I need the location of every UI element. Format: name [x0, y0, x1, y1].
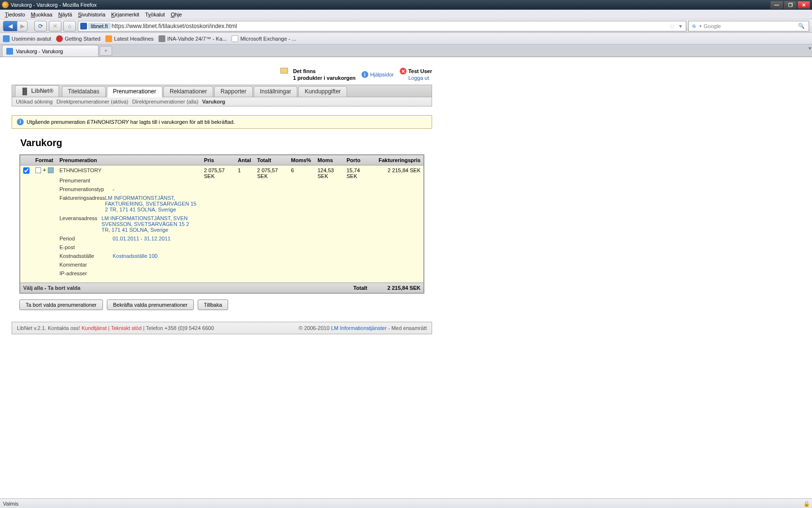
bookmark-ina[interactable]: INA-Vaihde 24/7™ - Ka... [159, 35, 227, 42]
lbl-kostnad: Kostnadsställe [59, 253, 113, 259]
page-icon [159, 35, 165, 42]
bookmark-latest-headlines[interactable]: Latest Headlines [105, 35, 154, 42]
col-pris: Pris [201, 155, 235, 165]
table-footer-row: Välj alla - Ta bort valda Totalt 2 215,8… [20, 283, 423, 293]
remove-selected-button[interactable]: Ta bort valda prenumerationer [19, 299, 103, 310]
bookmark-getting-started[interactable]: Getting Started [56, 35, 101, 42]
cell-fakt: 2 215,84 SEK [370, 165, 423, 283]
firefox-icon [2, 1, 9, 8]
site-favicon-icon [80, 23, 87, 30]
bookmark-star-icon[interactable]: ☆ [667, 22, 677, 30]
row-checkbox[interactable] [23, 167, 29, 174]
status-text: Valmis [3, 501, 18, 507]
menu-history[interactable]: Sivuhistoria [75, 11, 108, 18]
tab-titeldatabas[interactable]: Titeldatabas [62, 86, 106, 97]
format-online-icon[interactable] [48, 167, 54, 173]
page-content: Det finns 1 produkter i varukorgen i Hjä… [0, 57, 812, 334]
kundtjanst-link[interactable]: Kundtjänst [82, 325, 107, 331]
tab-rapporter[interactable]: Rapporter [214, 86, 252, 97]
tab-kunduppgifter[interactable]: Kunduppgifter [298, 86, 347, 97]
user-name: Test User [408, 68, 432, 74]
cart-icon [280, 68, 288, 74]
cell-momsp: 6 [288, 165, 315, 283]
search-bar[interactable]: G ▾ Google 🔍 [688, 21, 809, 31]
cart-status[interactable]: Det finns 1 produkter i varukorgen [280, 68, 356, 82]
menu-bar: Tiedosto Muokkaa Näytä Sivuhistoria Kirj… [0, 10, 812, 19]
item-title[interactable]: ETHNOHISTORY [59, 167, 198, 173]
val-prentyp: - [113, 186, 115, 192]
col-momsp: Moms% [288, 155, 315, 165]
menu-bookmarks[interactable]: Kirjanmerkit [108, 11, 142, 18]
lbl-fakturering: Faktureringsadress [59, 195, 105, 212]
format-add-icon[interactable]: + [42, 167, 47, 173]
sub-nav: Utökad sökning Direktprenumerationer (ak… [12, 97, 432, 106]
format-print-icon[interactable] [35, 167, 41, 173]
tab-installningar[interactable]: Inställningar [254, 86, 298, 97]
val-fakturering[interactable]: LM INFORMATIONSTJÄNST, FAKTURERING, SVET… [105, 195, 198, 212]
back-button[interactable]: ◀ [3, 21, 17, 31]
info-alert: i Utgående prenumeration ETHNOHISTORY ha… [12, 115, 432, 129]
folder-icon [3, 35, 10, 42]
site-identity[interactable]: libnet.fi [88, 23, 111, 30]
tab-overflow-icon[interactable]: ▾ [809, 45, 811, 51]
menu-edit[interactable]: Muokkaa [28, 11, 56, 18]
browser-tab-active[interactable]: Varukorg - Varukorg [2, 45, 99, 57]
cart-table: Format Prenumeration Pris Antal Totalt M… [19, 154, 424, 294]
subnav-alla[interactable]: Direktprenumerationer (alla) [132, 99, 198, 105]
table-header-row: Format Prenumeration Pris Antal Totalt M… [20, 155, 423, 165]
logo-tab[interactable]: ▐▌LibNet® [15, 85, 59, 97]
tab-prenumerationer[interactable]: Prenumerationer [107, 86, 162, 97]
format-cell: + [35, 167, 54, 173]
subnav-varukorg[interactable]: Varukorg [202, 99, 225, 105]
subnav-aktiva[interactable]: Direktprenumerationer (aktiva) [57, 99, 129, 105]
bookmark-most-visited[interactable]: Useimmin avatut [3, 35, 51, 42]
logout-icon: ✕ [400, 68, 406, 75]
info-icon: i [362, 71, 368, 78]
lm-link[interactable]: LM Informationstjänster [331, 325, 387, 331]
page-header: Det finns 1 produkter i varukorgen i Hjä… [12, 57, 432, 85]
minimize-button[interactable]: — [770, 1, 783, 9]
url-text[interactable]: https://www.libnet.fi/tilaukset/ostoskor… [112, 23, 667, 30]
confirm-selected-button[interactable]: Bekräfta valda prenumerationer [107, 299, 194, 310]
tab-reklamationer[interactable]: Reklamationer [163, 86, 213, 97]
url-bar[interactable]: libnet.fi https://www.libnet.fi/tilaukse… [78, 21, 686, 31]
page-icon [56, 35, 63, 42]
menu-tools[interactable]: Työkalut [142, 11, 168, 18]
back-button-page[interactable]: Tillbaka [198, 299, 229, 310]
val-period[interactable]: 01.01.2011 - 31.12.2011 [113, 236, 171, 241]
nav-toolbar: ◀ ▶ ⟳ ✕ ⌂ libnet.fi https://www.libnet.f… [0, 19, 812, 33]
stop-button[interactable]: ✕ [49, 21, 61, 31]
tekniskt-link[interactable]: Tekniskt stöd [111, 325, 142, 331]
col-porto: Porto [344, 155, 370, 165]
lock-icon: 🔒 [803, 501, 809, 507]
tab-favicon-icon [6, 48, 13, 55]
select-all-link[interactable]: Välj alla [23, 285, 43, 291]
bookmark-exchange[interactable]: Microsoft Exchange - ... [232, 35, 296, 42]
remove-selected-link[interactable]: Ta bort valda [48, 285, 81, 291]
lbl-epost: E-post [59, 244, 113, 250]
col-prenumeration: Prenumeration [57, 155, 201, 165]
cell-antal: 1 [235, 165, 254, 283]
status-bar: Valmis 🔒 [0, 498, 812, 508]
subnav-utokad[interactable]: Utökad sökning [16, 99, 53, 105]
tab-strip: Varukorg - Varukorg + [0, 45, 812, 57]
url-dropdown-icon[interactable]: ▾ [677, 23, 684, 30]
lbl-ip: IP-adresser [59, 270, 113, 276]
search-icon[interactable]: 🔍 [796, 23, 807, 29]
reload-button[interactable]: ⟳ [34, 21, 47, 31]
menu-help[interactable]: Ohje [168, 11, 185, 18]
maximize-button[interactable]: ❐ [784, 1, 797, 9]
menu-view[interactable]: Näytä [55, 11, 75, 18]
val-kostnad[interactable]: Kostnadsställe 100 [113, 253, 158, 259]
home-button[interactable]: ⌂ [63, 21, 76, 31]
help-link[interactable]: Hjälpsidor [370, 72, 394, 77]
logout-link[interactable]: Logga ut [408, 75, 429, 81]
alert-info-icon: i [17, 119, 24, 125]
forward-button[interactable]: ▶ [17, 21, 28, 31]
lbl-leverans: Leveransadress [59, 215, 102, 233]
new-tab-button[interactable]: + [100, 46, 112, 56]
close-window-button[interactable]: ✕ [798, 1, 810, 9]
val-leverans[interactable]: LM INFORMATIONSTJÄNST, SVEN SVENSSON, SV… [102, 215, 198, 233]
menu-file[interactable]: Tiedosto [2, 11, 28, 18]
cart-line2: 1 produkter i varukorgen [293, 75, 356, 81]
